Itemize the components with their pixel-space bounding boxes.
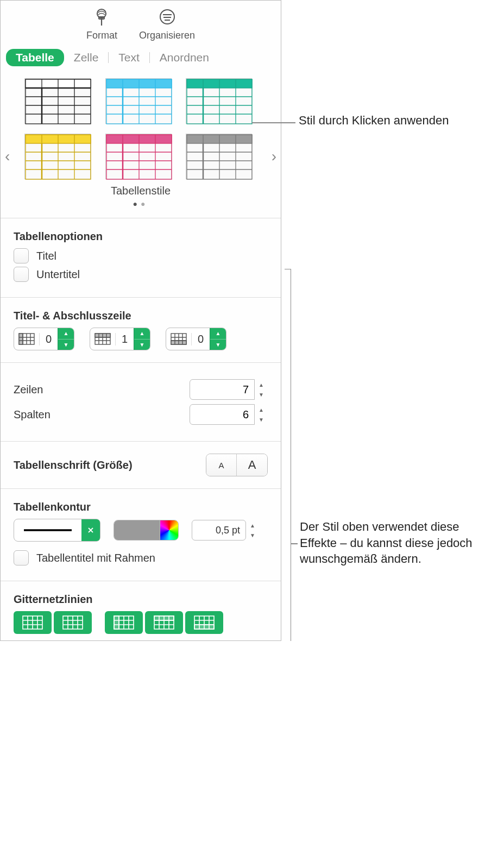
outline-title-checkbox-row[interactable]: Tabellentitel mit Rahmen — [14, 550, 268, 565]
outline-heading: Tabellenkontur — [14, 501, 268, 513]
table-style-5[interactable] — [105, 134, 172, 179]
stepper-arrows[interactable]: ▲▼ — [58, 328, 74, 350]
next-styles-arrow[interactable]: › — [272, 148, 276, 165]
table-style-2[interactable] — [105, 78, 172, 124]
outline-width-value[interactable]: 0,5 pt — [192, 520, 246, 541]
outline-title-label: Tabellentitel mit Rahmen — [36, 552, 155, 564]
title-label: Titel — [36, 250, 56, 262]
table-options-heading: Tabellenoptionen — [14, 230, 268, 243]
organize-label: Organisieren — [139, 30, 195, 41]
inspector-panel: Format Organisieren Tabelle Zelle Text — [0, 0, 281, 641]
rows-cols-section: Zeilen ▲▼ Spalten ▲▼ — [1, 368, 281, 436]
footer-rows-icon — [166, 333, 191, 345]
callout-effects: Der Stil oben verwendet diese Effekte – … — [300, 519, 490, 567]
header-rows-icon — [90, 333, 115, 345]
gridlines-body-vertical-button[interactable] — [54, 611, 92, 634]
format-icon — [91, 7, 112, 29]
svg-rect-63 — [19, 334, 23, 344]
divider — [1, 441, 281, 442]
header-rows-stepper[interactable]: 1 ▲▼ — [90, 328, 150, 350]
cols-input-group: ▲▼ — [190, 404, 268, 425]
stepper-arrows[interactable]: ▲▼ — [134, 328, 150, 350]
table-style-1[interactable] — [24, 78, 91, 124]
stepper-arrows[interactable]: ▲▼ — [210, 328, 226, 350]
table-styles-label: Tabellenstile — [14, 185, 268, 197]
organize-button[interactable]: Organisieren — [139, 7, 195, 41]
table-font-size-section: Tabellenschrift (Größe) A A — [1, 447, 281, 483]
callout-bracket — [285, 269, 291, 641]
header-rows-value: 1 — [115, 333, 134, 345]
callout-line — [252, 122, 295, 123]
top-toolbar: Format Organisieren — [1, 1, 281, 46]
table-options-section: Tabellenoptionen Titel Untertitel — [1, 224, 281, 292]
svg-rect-97 — [114, 616, 119, 629]
outline-title-checkbox[interactable] — [14, 550, 29, 565]
callout-line — [291, 543, 298, 544]
rows-input-group: ▲▼ — [190, 379, 268, 400]
divider — [1, 218, 281, 218]
divider — [1, 581, 281, 581]
gridlines-group-header — [105, 611, 223, 634]
title-checkbox-row[interactable]: Titel — [14, 248, 268, 263]
outline-width-stepper[interactable]: ▲▼ — [246, 520, 259, 540]
decrease-font-button[interactable]: A — [206, 454, 237, 476]
rows-label: Zeilen — [14, 384, 43, 396]
style-page-dots[interactable]: ●● — [14, 199, 268, 208]
gridlines-header-row-button[interactable] — [145, 611, 183, 634]
table-outline-section: Tabellenkontur 0,5 pt ▲▼ Tabellentitel m… — [1, 494, 281, 575]
header-columns-stepper[interactable]: 0 ▲▼ — [14, 328, 74, 350]
inspector-tabs: Tabelle Zelle Text Anordnen — [1, 46, 281, 72]
divider — [1, 488, 281, 489]
header-columns-icon — [14, 333, 39, 345]
callout-apply-style: Stil durch Klicken anwenden — [299, 112, 449, 129]
caption-checkbox[interactable] — [14, 267, 29, 282]
color-wheel-icon[interactable] — [160, 520, 178, 540]
gridlines-body-horizontal-button[interactable] — [14, 611, 52, 634]
cols-input[interactable] — [190, 404, 255, 425]
rows-input[interactable] — [190, 379, 255, 400]
cols-label: Spalten — [14, 408, 51, 421]
title-checkbox[interactable] — [14, 248, 29, 263]
organize-icon — [156, 7, 178, 29]
font-size-buttons: A A — [206, 454, 268, 476]
rows-stepper[interactable]: ▲▼ — [255, 380, 268, 399]
font-size-label: Tabellenschrift (Größe) — [14, 459, 133, 472]
footer-rows-value: 0 — [191, 333, 210, 345]
headers-footer-section: Titel- & Abschlusszeile 0 ▲▼ — [1, 303, 281, 357]
table-style-4[interactable] — [24, 134, 91, 179]
table-styles-area: ‹ › — [1, 72, 281, 212]
caption-checkbox-row[interactable]: Untertitel — [14, 267, 268, 282]
outline-width-group: 0,5 pt ▲▼ — [192, 520, 259, 541]
format-button[interactable]: Format — [86, 7, 117, 41]
format-label: Format — [86, 30, 117, 41]
divider — [1, 362, 281, 363]
tab-text[interactable]: Text — [109, 49, 149, 66]
chevron-down-icon[interactable] — [81, 519, 100, 541]
header-columns-value: 0 — [39, 333, 58, 345]
gridlines-footer-row-button[interactable] — [185, 611, 223, 634]
gridlines-group-body — [14, 611, 92, 634]
callouts: Stil durch Klicken anwenden Der Stil obe… — [281, 0, 504, 641]
outline-line-style[interactable] — [14, 519, 100, 542]
tab-arrange[interactable]: Anordnen — [150, 49, 219, 66]
tab-cell[interactable]: Zelle — [64, 49, 109, 66]
table-style-6[interactable] — [186, 134, 252, 179]
divider — [1, 297, 281, 298]
gridlines-header-col-button[interactable] — [105, 611, 143, 634]
gridlines-section: Gitternetzlinien — [1, 587, 281, 640]
gridlines-heading: Gitternetzlinien — [14, 593, 268, 606]
increase-font-button[interactable]: A — [237, 454, 267, 476]
outline-color-well[interactable] — [114, 520, 179, 541]
table-style-3[interactable] — [186, 78, 252, 124]
caption-label: Untertitel — [36, 268, 80, 281]
footer-rows-stepper[interactable]: 0 ▲▼ — [166, 328, 226, 350]
tab-table[interactable]: Tabelle — [6, 49, 64, 66]
cols-stepper[interactable]: ▲▼ — [255, 405, 268, 424]
headers-heading: Titel- & Abschlusszeile — [14, 310, 268, 322]
prev-styles-arrow[interactable]: ‹ — [5, 148, 10, 165]
table-styles-grid — [14, 78, 268, 179]
outline-color-swatch[interactable] — [114, 520, 160, 540]
